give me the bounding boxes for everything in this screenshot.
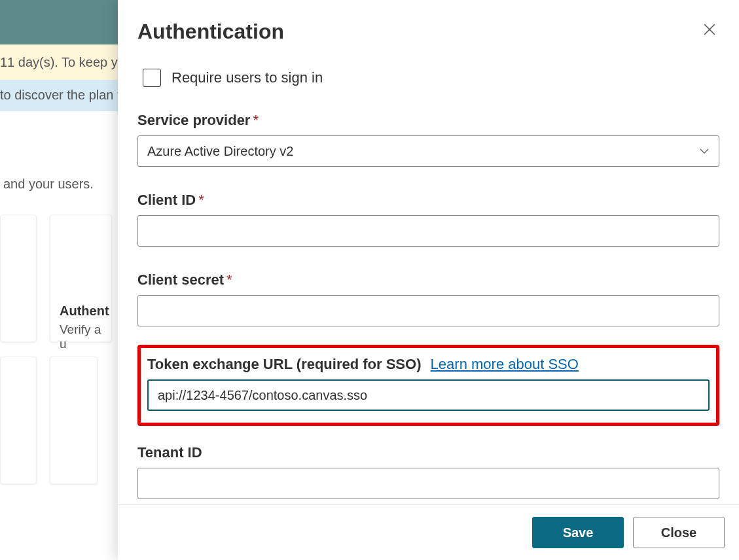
service-provider-select[interactable]: Azure Active Directory v2 [137, 135, 719, 167]
bg-card [0, 215, 37, 342]
client-id-label: Client ID* [137, 192, 719, 209]
notice-blue: to discover the plan t [0, 80, 118, 111]
close-icon[interactable] [700, 20, 719, 39]
notice-yellow: 11 day(s). To keep yo [0, 44, 118, 80]
require-signin-label: Require users to sign in [171, 69, 323, 86]
client-secret-input[interactable] [137, 295, 719, 326]
bg-card [50, 357, 98, 484]
bg-card-subtitle: Verify a u [60, 323, 102, 351]
token-url-highlight-box: Token exchange URL (required for SSO) Le… [137, 345, 719, 426]
bg-card-title: Authent [60, 304, 102, 319]
service-provider-value: Azure Active Directory v2 [147, 144, 293, 159]
bg-card [0, 357, 37, 484]
authentication-panel: Authentication Require users to sign in … [118, 0, 739, 560]
service-provider-label: Service provider* [137, 112, 719, 129]
save-button[interactable]: Save [532, 517, 624, 548]
token-url-input[interactable] [147, 379, 710, 411]
panel-footer: Save Close [118, 504, 739, 560]
token-url-label: Token exchange URL (required for SSO) Le… [147, 356, 710, 373]
client-secret-label: Client secret* [137, 271, 719, 289]
close-button[interactable]: Close [633, 517, 725, 548]
chevron-down-icon [699, 146, 710, 156]
header-band [0, 0, 118, 44]
bg-card-auth: Authent Verify a u [50, 215, 112, 342]
learn-more-sso-link[interactable]: Learn more about SSO [431, 356, 579, 372]
panel-title: Authentication [137, 20, 284, 44]
require-signin-checkbox[interactable] [143, 69, 161, 87]
tenant-id-input[interactable] [137, 468, 719, 499]
tenant-id-label: Tenant ID [137, 444, 719, 461]
client-id-input[interactable] [137, 215, 719, 247]
